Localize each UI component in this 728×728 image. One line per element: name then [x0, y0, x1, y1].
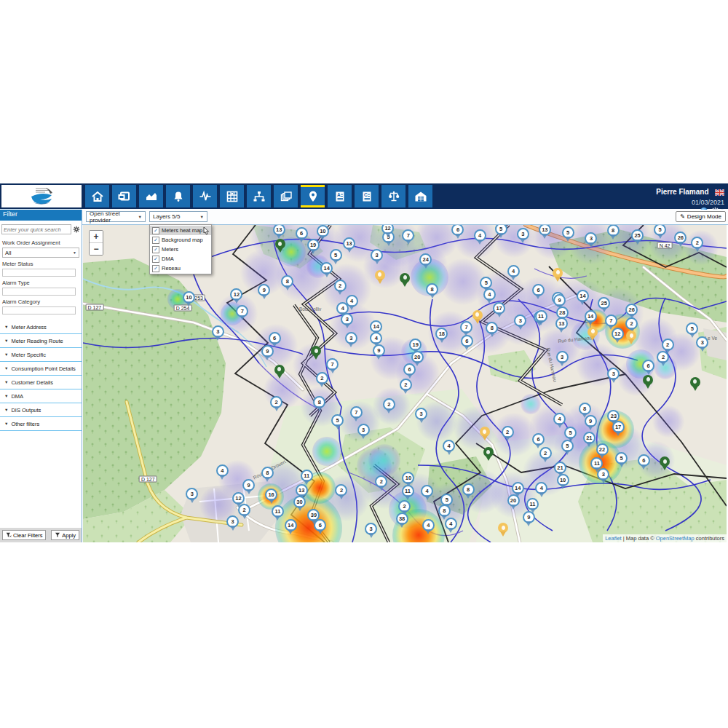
meter-marker[interactable]: 2: [383, 398, 395, 411]
layer-checkbox[interactable]: ✓: [152, 256, 159, 263]
meter-marker[interactable]: 3: [186, 488, 198, 500]
meter-marker[interactable]: 6: [296, 227, 308, 240]
layer-checkbox[interactable]: ✓: [152, 227, 159, 234]
meter-marker[interactable]: 4: [216, 464, 229, 477]
meter-marker[interactable]: 4: [507, 265, 520, 277]
meter-marker[interactable]: 5: [330, 249, 342, 261]
meter-marker[interactable]: 5: [654, 225, 666, 236]
meter-marker[interactable]: 13: [273, 225, 285, 236]
design-mode-button[interactable]: ✎ Design Mode: [676, 211, 726, 222]
filter-section-header[interactable]: ▼Consumption Point Details: [0, 362, 82, 376]
meter-marker[interactable]: 3: [371, 249, 383, 261]
map-provider-dropdown[interactable]: Open street provider ▼: [86, 211, 146, 222]
work-order-assignment-select[interactable]: All ▼: [2, 248, 79, 258]
meter-marker[interactable]: 2: [335, 484, 347, 496]
meter-marker[interactable]: 23: [607, 410, 620, 422]
meter-pin-green[interactable]: [660, 456, 670, 467]
meter-marker[interactable]: 8: [462, 483, 475, 496]
filter-section-header[interactable]: ▼Meter Specific: [0, 348, 82, 362]
meter-marker[interactable]: 3: [696, 336, 708, 349]
meter-pin-green[interactable]: [311, 346, 321, 356]
meter-pin-green[interactable]: [690, 377, 700, 387]
meter-marker[interactable]: 2: [334, 280, 347, 292]
meter-marker[interactable]: 38: [396, 513, 408, 525]
meter-marker[interactable]: 8: [579, 403, 591, 415]
meter-marker[interactable]: 5: [564, 427, 577, 439]
meter-marker[interactable]: 6: [269, 332, 281, 344]
meter-marker[interactable]: 2: [270, 396, 282, 408]
meter-pin-yellow[interactable]: [587, 327, 598, 337]
meter-marker[interactable]: 3: [357, 424, 370, 436]
meter-marker[interactable]: 20: [507, 494, 520, 507]
meter-marker[interactable]: 26: [625, 304, 638, 316]
meter-marker[interactable]: 3: [514, 314, 526, 327]
meter-marker[interactable]: 7: [605, 314, 617, 327]
meter-pin-yellow[interactable]: [498, 523, 508, 533]
meter-marker[interactable]: 4: [421, 485, 433, 497]
search-settings-gear-icon[interactable]: [73, 223, 80, 236]
meter-marker[interactable]: 7: [326, 358, 339, 371]
meter-marker[interactable]: 6: [638, 454, 650, 467]
filter-section-header[interactable]: ▼Meter Reading Route: [0, 334, 82, 348]
meter-marker[interactable]: 21: [583, 432, 596, 444]
meter-marker[interactable]: 2: [539, 447, 552, 459]
meter-marker[interactable]: 2: [238, 504, 250, 516]
meter-marker[interactable]: 21: [554, 462, 566, 474]
filter-section-header[interactable]: ▼Other filters: [0, 417, 82, 431]
meter-marker[interactable]: 6: [532, 433, 545, 446]
meter-marker[interactable]: 14: [512, 482, 524, 494]
meter-marker[interactable]: 2: [662, 339, 674, 351]
meter-pin-green[interactable]: [483, 447, 494, 457]
meter-marker[interactable]: 5: [615, 452, 628, 464]
meter-marker[interactable]: 10: [183, 291, 195, 304]
warehouse-icon[interactable]: [408, 185, 432, 207]
meter-marker[interactable]: 8: [486, 322, 498, 334]
meter-marker[interactable]: 2: [398, 500, 411, 513]
meter-marker[interactable]: 17: [493, 302, 505, 314]
meter-marker[interactable]: 4: [443, 440, 455, 452]
meter-marker[interactable]: 11: [402, 485, 414, 497]
meter-marker[interactable]: 13: [555, 317, 568, 330]
meter-marker[interactable]: 13: [296, 484, 308, 496]
meter-marker[interactable]: 9: [242, 479, 255, 491]
alarms-bell-icon[interactable]: [166, 185, 190, 207]
meter-marker[interactable]: 14: [320, 262, 333, 274]
meter-marker[interactable]: 8: [261, 467, 274, 479]
meter-marker[interactable]: 6: [461, 335, 473, 347]
meter-marker[interactable]: 19: [409, 339, 422, 351]
company-logo[interactable]: [1, 185, 82, 207]
layer-menu-item[interactable]: ✓Meters: [150, 245, 211, 254]
meter-pin-green[interactable]: [274, 365, 285, 375]
meter-marker[interactable]: 4: [336, 302, 349, 314]
meter-marker[interactable]: 13: [539, 225, 551, 236]
meter-marker[interactable]: 7: [460, 321, 472, 333]
activity-pulse-icon[interactable]: [193, 185, 217, 207]
meter-marker[interactable]: 6: [403, 363, 416, 376]
meter-marker[interactable]: 9: [553, 294, 566, 306]
planning-grid-icon[interactable]: [220, 185, 244, 207]
meter-marker[interactable]: 3: [556, 351, 569, 363]
meter-marker[interactable]: 5: [561, 440, 574, 452]
filter-section-header[interactable]: ▼DIS Outputs: [0, 403, 82, 417]
meter-marker[interactable]: 3: [212, 325, 224, 338]
meter-pin-yellow[interactable]: [480, 427, 490, 437]
meter-marker[interactable]: 12: [230, 288, 242, 301]
meter-marker[interactable]: 11: [535, 310, 547, 323]
balance-scales-icon[interactable]: [381, 185, 405, 207]
meter-marker[interactable]: 25: [598, 297, 610, 309]
filter-section-header[interactable]: ▼DMA: [0, 389, 82, 403]
meter-marker[interactable]: 2: [502, 426, 514, 438]
meter-marker[interactable]: 5: [495, 225, 507, 235]
meter-marker[interactable]: 22: [596, 443, 609, 456]
meter-marker[interactable]: 4: [553, 413, 566, 425]
meter-marker[interactable]: 10: [557, 474, 569, 486]
meter-marker[interactable]: 30: [293, 496, 306, 508]
meter-marker[interactable]: 8: [607, 225, 620, 237]
layer-menu-item[interactable]: ✓Reseau: [150, 264, 211, 273]
meter-marker[interactable]: 26: [674, 232, 687, 244]
meter-marker[interactable]: 5: [480, 277, 492, 289]
quick-search-input[interactable]: [1, 224, 71, 234]
layer-menu-item[interactable]: ✓Meters heat map: [150, 226, 211, 235]
meter-marker[interactable]: 3: [226, 515, 239, 528]
meter-marker[interactable]: 3: [597, 468, 609, 480]
